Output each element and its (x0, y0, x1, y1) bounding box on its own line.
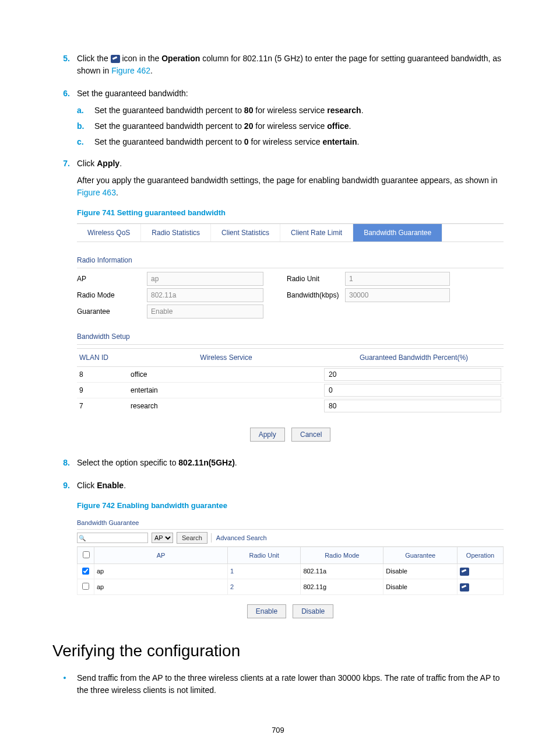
operation-cell[interactable] (458, 564, 504, 579)
col-guarantee: Guarantee (383, 547, 458, 564)
table-row: 9 entertain 0 (77, 382, 504, 398)
wlan-id-cell: 7 (77, 398, 128, 414)
sub-b: b. Set the guaranteed bandwidth percent … (77, 120, 504, 132)
bold-enable: Enable (97, 481, 124, 490)
disable-button[interactable]: Disable (293, 604, 333, 618)
table-row: 8 office 20 (77, 366, 504, 382)
radio-mode-cell: 802.11g (301, 579, 383, 595)
text: Click (77, 159, 97, 168)
step-7-line1: Click Apply. (77, 158, 504, 170)
radio-mode-cell: 802.11a (301, 564, 383, 579)
sub-marker: a. (77, 104, 94, 117)
percent-value: 20 (326, 370, 336, 379)
guarantee-value: Enable (147, 304, 263, 318)
bandwidth-setup-title: Bandwidth Setup (77, 331, 504, 345)
radio-unit-label: Radio Unit (263, 274, 345, 284)
col-operation: Operation (458, 547, 504, 564)
wlan-id-cell: 8 (77, 366, 128, 382)
text: After you apply the guaranteed bandwidth… (77, 176, 498, 185)
step-5: 5. Click the icon in the Operation colum… (52, 52, 504, 82)
sub-text: Set the guaranteed bandwidth percent to … (94, 120, 351, 132)
tabs-row: Wireless QoS Radio Statistics Client Sta… (77, 224, 504, 242)
text: for wireless service (253, 121, 327, 131)
guarantee-cell: Disable (383, 579, 458, 595)
service-cell: office (128, 366, 324, 382)
radio-unit-cell[interactable]: 1 (228, 564, 301, 579)
operation-cell[interactable] (458, 579, 504, 595)
radio-unit-cell[interactable]: 2 (228, 579, 301, 595)
edit-icon[interactable] (460, 568, 469, 576)
text: . (357, 137, 360, 146)
edit-icon (111, 55, 120, 63)
advanced-search-link[interactable]: Advanced Search (211, 533, 267, 543)
sub-text: Set the guaranteed bandwidth percent to … (94, 136, 359, 148)
percent-cell[interactable]: 0 (324, 382, 504, 398)
text: . (235, 458, 237, 467)
percent-cell[interactable]: 20 (324, 366, 504, 382)
bold-service: office (327, 121, 349, 131)
text: Set the guaranteed bandwidth percent to (94, 137, 244, 146)
step-number: 7. (52, 158, 77, 442)
search-input[interactable] (77, 533, 148, 543)
text: Select the option specific to (77, 458, 178, 467)
step-7: 7. Click Apply. After you apply the guar… (52, 158, 504, 442)
col-radio-unit: Radio Unit (228, 547, 301, 564)
sub-a: a. Set the guaranteed bandwidth percent … (77, 104, 504, 117)
bold-value: 0 (244, 137, 249, 146)
search-field-select[interactable]: AP (152, 533, 173, 543)
bandwidth-value: 30000 (345, 288, 450, 302)
select-all-checkbox[interactable] (83, 551, 90, 558)
radio-info-title: Radio Information (77, 255, 504, 268)
step-8-text: Select the option specific to 802.11n(5G… (77, 457, 504, 469)
bullet-dot-icon: • (52, 672, 77, 696)
tab-client-statistics[interactable]: Client Statistics (211, 224, 280, 242)
guarantee-label: Guarantee (77, 306, 147, 317)
text: for wireless service (253, 106, 327, 115)
figure-742-panel: Bandwidth Guarantee AP Search Advanced S… (77, 516, 504, 618)
ap-label: AP (77, 274, 147, 284)
text: icon in the (120, 54, 162, 63)
tab-client-rate-limit[interactable]: Client Rate Limit (280, 224, 353, 242)
text: . (119, 159, 122, 168)
col-wlan-id: WLAN ID (77, 348, 128, 366)
step-9: 9. Click Enable. Figure 742 Enabling ban… (52, 480, 504, 618)
tab-radio-statistics[interactable]: Radio Statistics (141, 224, 211, 242)
edit-icon[interactable] (460, 583, 469, 592)
search-button[interactable]: Search (177, 532, 207, 544)
text: Set the guaranteed bandwidth percent to (94, 106, 244, 115)
cancel-button[interactable]: Cancel (291, 428, 330, 442)
bandwidth-setup-table: WLAN ID Wireless Service Guaranteed Band… (77, 348, 504, 414)
link-figure-462[interactable]: Figure 462 (111, 66, 150, 75)
tab-bandwidth-guarantee[interactable]: Bandwidth Guarantee (353, 224, 442, 242)
step-number: 8. (52, 457, 77, 474)
table-row: ap 2 802.11g Disable (78, 579, 504, 595)
verify-list: • Send traffic from the AP to the three … (52, 672, 504, 696)
link-figure-463[interactable]: Figure 463 (77, 188, 116, 197)
section-heading: Verifying the configuration (52, 642, 504, 660)
row-checkbox[interactable] (82, 568, 89, 575)
bold-operation: Operation (161, 54, 200, 63)
text: . (349, 121, 351, 131)
sub-c: c. Set the guaranteed bandwidth percent … (77, 136, 504, 148)
tab-wireless-qos[interactable]: Wireless QoS (77, 224, 141, 242)
sub-text: Set the guaranteed bandwidth percent to … (94, 104, 364, 117)
verify-bullet: • Send traffic from the AP to the three … (52, 672, 504, 696)
bandwidth-guarantee-table: AP Radio Unit Radio Mode Guarantee Opera… (77, 547, 504, 595)
step-number: 6. (52, 88, 77, 152)
page-container: 5. Click the icon in the Operation colum… (0, 0, 556, 756)
text: . (124, 481, 126, 490)
sub-marker: c. (77, 136, 94, 148)
enable-button[interactable]: Enable (247, 604, 286, 618)
text: Click the (77, 54, 111, 63)
apply-button[interactable]: Apply (250, 428, 285, 442)
col-wireless-service: Wireless Service (128, 348, 324, 366)
percent-cell[interactable]: 80 (324, 398, 504, 414)
bandwidth-label: Bandwidth(kbps) (263, 290, 345, 300)
table-row: ap 1 802.11a Disable (78, 564, 504, 579)
ap-cell: ap (94, 564, 228, 579)
row-checkbox[interactable] (82, 583, 89, 590)
bold-value: 20 (244, 121, 254, 131)
wlan-id-cell: 9 (77, 382, 128, 398)
bold-80211n5ghz: 802.11n(5GHz) (178, 458, 234, 467)
bold-service: research (327, 106, 361, 115)
